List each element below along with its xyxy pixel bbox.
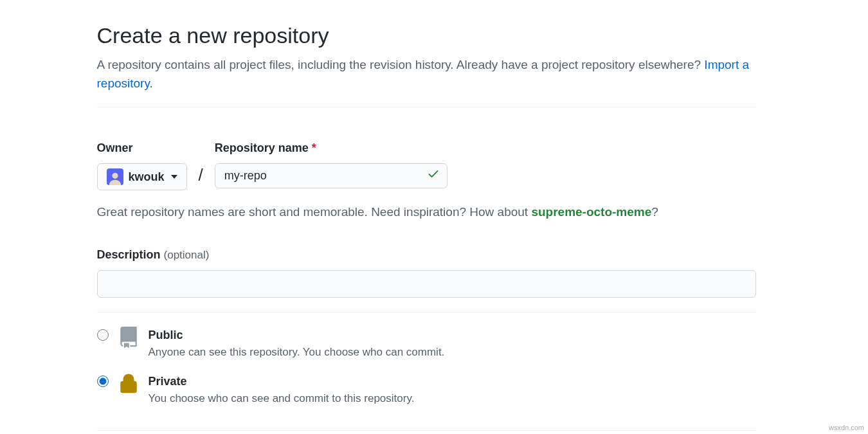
required-asterisk: * [312,141,316,154]
repo-input-wrap [215,163,448,188]
lock-icon [118,373,140,400]
public-radio[interactable] [97,329,109,341]
watermark: wsxdn.com [829,422,864,433]
private-title: Private [149,373,415,390]
public-text: Public Anyone can see this repository. Y… [149,327,445,361]
private-radio[interactable] [97,375,109,387]
repo-name-label: Repository name * [215,140,448,157]
name-suggestion[interactable]: supreme-octo-meme [531,205,651,219]
visibility-public-row[interactable]: Public Anyone can see this repository. Y… [97,323,756,370]
owner-field: Owner kwouk [97,140,187,190]
description-label: Description (optional) [97,246,756,264]
caret-down-icon [171,175,177,179]
visibility-private-row[interactable]: Private You choose who can see and commi… [97,369,756,416]
owner-username: kwouk [129,170,165,184]
private-desc: You choose who can see and commit to thi… [149,390,415,407]
subtitle-text: A repository contains all project files,… [97,58,705,71]
repo-name-label-text: Repository name [215,141,309,154]
page-title: Create a new repository [97,19,756,52]
slash-separator: / [199,140,203,188]
repo-icon [118,327,140,354]
description-input[interactable] [97,270,756,298]
owner-avatar [107,168,123,185]
divider [97,107,756,107]
owner-label: Owner [97,140,187,157]
description-label-text: Description [97,248,161,261]
page-subtitle: A repository contains all project files,… [97,56,756,93]
divider [97,430,756,431]
description-optional: (optional) [164,249,210,261]
svg-point-0 [112,173,118,179]
name-hint: Great repository names are short and mem… [97,203,756,222]
owner-repo-row: Owner kwouk / Repository name * [97,140,756,190]
repo-name-field: Repository name * [215,140,448,188]
owner-select-button[interactable]: kwouk [97,163,187,190]
private-text: Private You choose who can see and commi… [149,373,415,407]
check-icon [427,167,440,185]
public-desc: Anyone can see this repository. You choo… [149,344,445,361]
create-repo-form: Create a new repository A repository con… [97,0,756,434]
divider [97,312,756,312]
repo-name-input[interactable] [215,163,448,188]
hint-pre: Great repository names are short and mem… [97,205,532,219]
hint-post: ? [651,205,658,219]
public-title: Public [149,327,445,344]
